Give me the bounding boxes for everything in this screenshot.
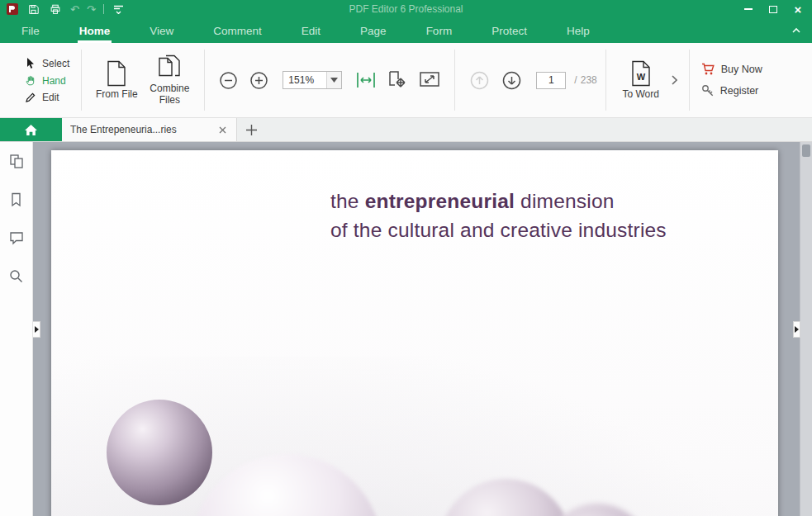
document-viewport[interactable]: the entrepreneurial dimension of the cul… xyxy=(33,142,812,516)
zoom-level-combo[interactable] xyxy=(283,71,342,89)
purchase-group: Buy Now Register xyxy=(691,43,776,117)
combine-files-icon xyxy=(158,54,181,81)
page-total: 238 xyxy=(581,74,597,86)
to-word-icon: W xyxy=(630,60,652,87)
window-controls: × xyxy=(741,2,805,17)
zoom-group xyxy=(205,43,454,117)
buy-now-button[interactable]: Buy Now xyxy=(701,63,762,76)
comments-icon[interactable] xyxy=(9,231,24,245)
from-file-button[interactable]: From File xyxy=(90,57,143,104)
navigation-sidebar xyxy=(0,142,33,516)
menu-file[interactable]: File xyxy=(20,18,41,43)
menu-comment[interactable]: Comment xyxy=(211,18,264,43)
document-tabbar: The Entrepeneuria...ries xyxy=(0,118,812,142)
home-tab[interactable] xyxy=(0,118,62,141)
to-word-button[interactable]: W To Word xyxy=(615,57,667,104)
collapse-ribbon-icon[interactable] xyxy=(791,18,802,43)
pdf-page[interactable]: the entrepreneurial dimension of the cul… xyxy=(51,150,778,516)
from-file-label: From File xyxy=(96,89,138,101)
close-tab-icon[interactable] xyxy=(216,124,228,135)
pdf-title-post: dimension xyxy=(515,190,614,212)
customize-toolbar-icon[interactable] xyxy=(112,2,126,17)
from-file-icon xyxy=(106,60,127,87)
pdf-title-line1: the entrepreneurial dimension xyxy=(330,187,667,215)
vertical-scrollbar[interactable] xyxy=(800,142,812,516)
create-group: From File Combine Files xyxy=(82,43,204,117)
zoom-in-icon[interactable] xyxy=(249,71,268,90)
menu-protect[interactable]: Protect xyxy=(490,18,529,43)
maximize-button[interactable] xyxy=(766,2,781,17)
edit-label: Edit xyxy=(42,92,59,103)
right-panel-collapse-handle[interactable] xyxy=(793,321,800,338)
home-icon xyxy=(24,124,38,136)
zoom-level-input[interactable] xyxy=(283,72,326,88)
ribbon-toolbar: Select Hand Edit From File xyxy=(0,43,812,118)
select-tool[interactable]: Select xyxy=(25,57,69,69)
quick-access-toolbar: ↶ ↷ xyxy=(7,2,126,17)
zoom-dropdown-arrow-icon[interactable] xyxy=(326,72,341,88)
pdf-title-pre: the xyxy=(330,190,365,212)
close-button[interactable]: × xyxy=(791,2,805,17)
cart-icon xyxy=(701,63,715,76)
more-tools-chevron-icon[interactable] xyxy=(667,74,681,86)
menu-page[interactable]: Page xyxy=(359,18,388,43)
document-tab-label: The Entrepeneuria...ries xyxy=(70,124,211,135)
to-word-label: To Word xyxy=(623,89,659,101)
convert-group: W To Word xyxy=(606,43,689,117)
fit-visible-icon[interactable] xyxy=(419,71,440,89)
pdf-page-title: the entrepreneurial dimension of the cul… xyxy=(330,187,667,244)
new-tab-button[interactable] xyxy=(237,118,265,141)
undo-icon[interactable]: ↶ xyxy=(70,4,79,15)
combine-files-button[interactable]: Combine Files xyxy=(143,51,196,110)
register-label: Register xyxy=(720,85,759,97)
minimize-button[interactable] xyxy=(741,2,756,17)
titlebar: ↶ ↷ PDF Editor 6 Professional × xyxy=(0,0,812,18)
save-icon[interactable] xyxy=(26,2,40,17)
hand-label: Hand xyxy=(42,75,66,87)
previous-page-icon[interactable] xyxy=(469,70,490,91)
hand-tool[interactable]: Hand xyxy=(25,74,66,87)
search-icon[interactable] xyxy=(9,269,23,283)
buy-now-label: Buy Now xyxy=(721,64,762,75)
to-word-badge: W xyxy=(637,72,646,82)
page-navigation-group: / 238 xyxy=(455,43,605,117)
hand-icon xyxy=(25,74,36,87)
panel-arrow-icon xyxy=(795,326,799,333)
key-icon xyxy=(701,84,715,97)
quick-access-separator xyxy=(103,4,104,14)
page-thumbnails-icon[interactable] xyxy=(9,154,24,168)
fit-page-icon[interactable] xyxy=(387,70,407,90)
menubar: File Home View Comment Edit Page Form Pr… xyxy=(0,18,812,43)
zoom-out-icon[interactable] xyxy=(219,71,238,90)
left-panel-collapse-handle[interactable] xyxy=(33,321,40,338)
pdf-title-bold: entrepreneurial xyxy=(365,190,515,212)
mode-tools-group: Select Hand Edit xyxy=(0,43,81,117)
next-page-icon[interactable] xyxy=(501,70,522,91)
toolbar-separator xyxy=(689,50,690,111)
scrollbar-thumb[interactable] xyxy=(802,144,810,157)
print-icon[interactable] xyxy=(48,2,63,17)
menu-view[interactable]: View xyxy=(148,18,175,43)
fit-width-icon[interactable] xyxy=(356,71,376,89)
app-window: ↶ ↷ PDF Editor 6 Professional × File Hom… xyxy=(0,0,812,516)
menu-edit[interactable]: Edit xyxy=(300,18,322,43)
menu-form[interactable]: Form xyxy=(425,18,454,43)
document-tab[interactable]: The Entrepeneuria...ries xyxy=(62,118,237,141)
page-divider: / xyxy=(574,74,577,86)
content-area: the entrepreneurial dimension of the cul… xyxy=(0,142,812,516)
combine-files-label: Combine Files xyxy=(150,83,189,107)
menu-help[interactable]: Help xyxy=(565,18,591,43)
select-label: Select xyxy=(42,58,69,69)
edit-pencil-icon xyxy=(25,92,36,103)
app-logo-icon xyxy=(7,3,18,15)
panel-arrow-icon xyxy=(35,326,39,333)
menu-home[interactable]: Home xyxy=(78,18,112,43)
redo-icon[interactable]: ↷ xyxy=(87,4,96,15)
register-button[interactable]: Register xyxy=(701,84,762,97)
select-cursor-icon xyxy=(25,57,36,69)
edit-tool[interactable]: Edit xyxy=(25,92,59,103)
page-number-input[interactable] xyxy=(536,72,566,89)
bookmarks-icon[interactable] xyxy=(10,192,22,207)
pdf-title-line2: of the cultural and creative industries xyxy=(330,215,667,244)
pdf-photo-sphere xyxy=(107,400,212,505)
